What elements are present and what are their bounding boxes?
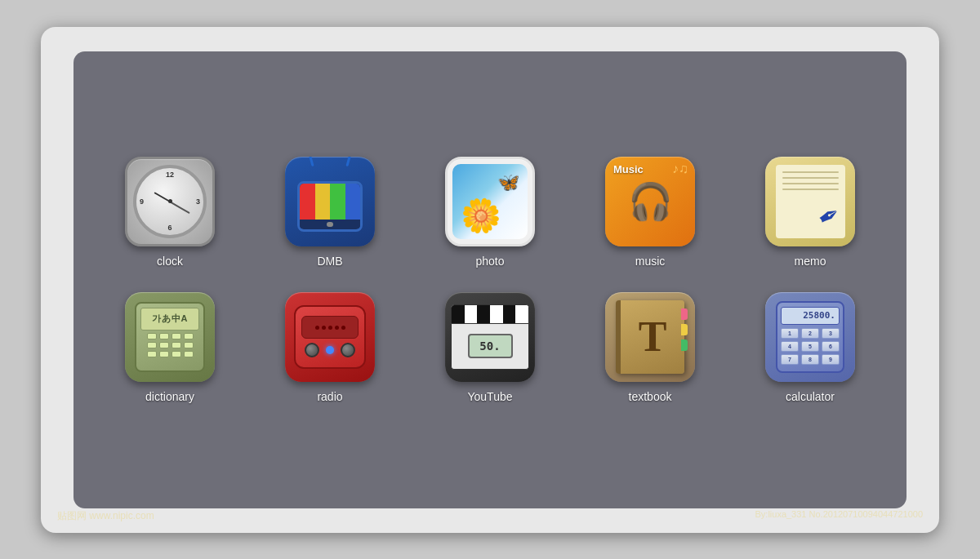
memo-content: ✒: [776, 165, 845, 238]
memo-icon-box: ✒: [765, 157, 855, 246]
photo-icon-box: 🌼 🦋: [445, 157, 535, 246]
tv-body: [297, 181, 363, 232]
clapper-stripe: [490, 305, 503, 323]
calc-key-5: 5: [801, 341, 819, 352]
dict-key: [184, 351, 194, 357]
dict-device: 가あ中A: [135, 302, 205, 372]
memo-line-4: [782, 189, 839, 190]
clapper-counter: 50.: [468, 334, 513, 358]
radio-controls: [305, 343, 355, 357]
clock-center-dot: [168, 199, 172, 203]
headphones-icon: 🎧: [628, 180, 673, 223]
clapper-stripe: [465, 305, 478, 323]
dict-key: [147, 333, 157, 339]
textbook-tab-yellow: [681, 324, 688, 335]
memo-app[interactable]: ✒ memo: [746, 157, 874, 268]
watermark: 贴图网 www.nipic.com By:liuxa_331 No.201207…: [41, 509, 939, 523]
clapper-body: 50.: [451, 324, 529, 370]
dict-key: [159, 342, 169, 348]
dict-key-row-3: [147, 351, 194, 357]
textbook-icon-box: T: [605, 292, 695, 382]
photo-inner: 🌼 🦋: [452, 164, 528, 239]
tv-col-red: [300, 184, 315, 220]
dict-key: [159, 333, 169, 339]
music-icon-box: 🎧 Music ♪♫: [605, 157, 695, 246]
tv-bottom: [300, 220, 360, 228]
radio-icon-box: [285, 292, 375, 382]
textbook-tabs: [681, 308, 688, 351]
textbook-label: textbook: [629, 390, 672, 403]
photo-butterfly-icon: 🦋: [497, 172, 519, 193]
radio-knob-right: [341, 343, 355, 357]
clock-face: 12 3 6 9: [133, 165, 207, 238]
calc-icon-box: 25800. 1 2 3 4 5 6 7 8 9: [765, 292, 855, 382]
dict-key: [147, 342, 157, 348]
music-content: 🎧 Music ♪♫: [605, 157, 695, 246]
dictionary-label: dictionary: [145, 390, 194, 403]
dict-key: [172, 333, 181, 339]
dict-key: [184, 342, 194, 348]
radio-body: [294, 305, 366, 369]
radio-speaker: [301, 316, 359, 339]
dictionary-app[interactable]: 가あ中A: [106, 292, 234, 403]
dict-key: [147, 351, 157, 357]
tv-screen: [300, 184, 360, 220]
clapper-stripe: [452, 305, 465, 323]
dmb-app[interactable]: DMB: [266, 157, 394, 268]
photo-flower-icon: 🌼: [461, 197, 501, 235]
textbook-app[interactable]: T textbook: [586, 292, 714, 403]
calc-key-2: 2: [801, 328, 819, 339]
textbook-T-letter: T: [639, 313, 667, 361]
dict-key: [172, 342, 181, 348]
music-notes-icon: ♪♫: [672, 162, 688, 176]
memo-line-3: [782, 183, 839, 184]
tv-col-green: [330, 184, 345, 220]
calc-key-1: 1: [781, 328, 799, 339]
clock-3: 3: [196, 197, 200, 205]
calc-keys-grid: 1 2 3 4 5 6 7 8 9: [781, 328, 840, 365]
photo-app[interactable]: 🌼 🦋 photo: [426, 157, 554, 268]
music-app[interactable]: 🎧 Music ♪♫ music: [586, 157, 714, 268]
dict-key: [172, 351, 181, 357]
dict-key: [184, 333, 194, 339]
calculator-app[interactable]: 25800. 1 2 3 4 5 6 7 8 9: [746, 292, 874, 403]
calc-key-4: 4: [781, 341, 799, 352]
music-top-label: Music: [613, 163, 644, 175]
youtube-app[interactable]: 50. YouTube: [426, 292, 554, 403]
clapper-stripe: [503, 305, 516, 323]
tv-button: [327, 222, 333, 227]
calc-key-7: 7: [781, 354, 799, 365]
youtube-label: YouTube: [467, 390, 512, 403]
tv-antenna-left: [307, 157, 314, 166]
photo-label: photo: [475, 255, 504, 268]
dmb-icon-box: [285, 157, 375, 246]
speaker-hole: [335, 326, 339, 330]
textbook-tab-pink: [681, 308, 688, 320]
music-label: music: [635, 255, 666, 268]
dict-screen: 가あ中A: [140, 308, 199, 331]
memo-label: memo: [795, 255, 826, 268]
calc-key-3: 3: [822, 328, 840, 339]
clapper-top: [451, 304, 529, 324]
clock-icon-box: 12 3 6 9: [125, 157, 215, 246]
radio-app[interactable]: radio: [266, 292, 394, 403]
dmb-label: DMB: [317, 255, 342, 268]
yt-icon-box: 50.: [445, 292, 535, 382]
tv-col-yellow: [315, 184, 331, 220]
dict-key-row-2: [147, 342, 194, 348]
calc-key-8: 8: [801, 354, 819, 365]
speaker-hole: [328, 326, 332, 330]
watermark-right: By:liuxa_331 No.20120710094044721000: [755, 509, 923, 523]
tv-antenna-right: [345, 157, 352, 166]
textbook-tab-green: [681, 339, 688, 351]
watermark-left: 贴图网 www.nipic.com: [57, 509, 154, 523]
dict-key: [159, 351, 169, 357]
calc-key-6: 6: [822, 341, 840, 352]
clock-app[interactable]: 12 3 6 9 clock: [106, 157, 234, 268]
calc-body: 25800. 1 2 3 4 5 6 7 8 9: [776, 301, 844, 373]
textbook-body: T: [616, 300, 684, 374]
memo-line-2: [782, 177, 839, 179]
calc-screen: 25800.: [781, 307, 840, 325]
speaker-hole: [322, 326, 326, 330]
clapper-stripe: [515, 305, 528, 323]
